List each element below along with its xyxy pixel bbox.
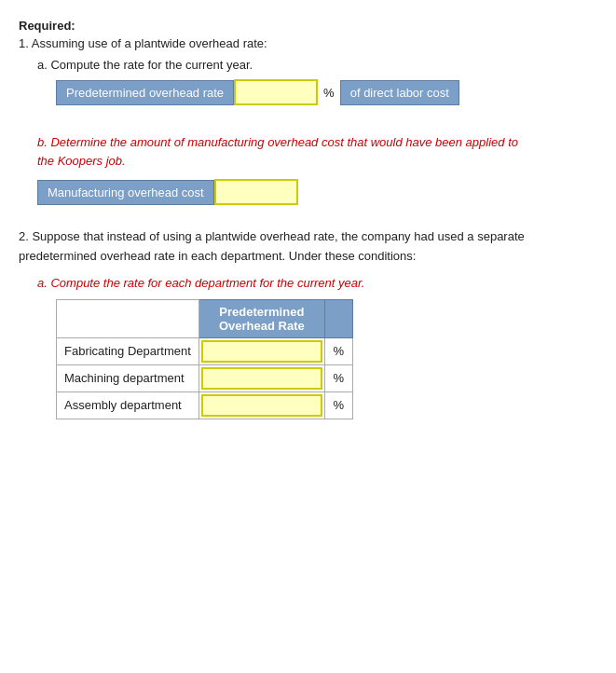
- of-direct-labor-cost-label: of direct labor cost: [340, 80, 459, 105]
- part-a2-label: a. Compute the rate for each department …: [37, 276, 597, 290]
- part-b-text: b. Determine the amount of manufacturing…: [37, 135, 518, 168]
- question2-label: 2. Suppose that instead of using a plant…: [19, 229, 525, 263]
- part-b: b. Determine the amount of manufacturing…: [37, 133, 597, 205]
- dept-name-cell: Assembly department: [57, 391, 199, 419]
- dept-table-container: Predetermined Overhead Rate Fabricating …: [56, 299, 597, 419]
- dept-row: Assembly department%: [57, 391, 353, 419]
- predetermined-overhead-rate-label: Predetermined overhead rate: [56, 80, 234, 105]
- dept-input-cell: [198, 391, 324, 419]
- dept-table: Predetermined Overhead Rate Fabricating …: [56, 299, 353, 419]
- part-a: a. Compute the rate for the current year…: [37, 58, 597, 105]
- manufacturing-overhead-cost-label: Manufacturing overhead cost: [37, 180, 214, 205]
- question1-label: 1. Assuming use of a plantwide overhead …: [19, 36, 267, 50]
- overhead-rate-form: Predetermined overhead rate % of direct …: [56, 79, 597, 105]
- part-b-label: b. Determine the amount of manufacturing…: [37, 133, 597, 170]
- overhead-rate-input[interactable]: [234, 79, 318, 105]
- dept-input-cell: [198, 337, 324, 364]
- part-a-label: a. Compute the rate for the current year…: [37, 58, 597, 72]
- dept-name-cell: Machining department: [57, 364, 199, 391]
- dept-pct-cell: %: [324, 391, 352, 419]
- dept-rate-input[interactable]: [201, 340, 322, 363]
- dept-pct-cell: %: [324, 337, 352, 364]
- question2: 2. Suppose that instead of using a plant…: [19, 227, 597, 267]
- dept-rate-input[interactable]: [201, 367, 322, 390]
- pct-col-header: [324, 299, 352, 337]
- dept-rate-input[interactable]: [201, 394, 322, 417]
- dept-col-header: [57, 299, 199, 337]
- manufacturing-overhead-cost-input[interactable]: [214, 179, 298, 205]
- part-a2: a. Compute the rate for each department …: [37, 276, 597, 419]
- dept-row: Machining department%: [57, 364, 353, 391]
- dept-input-cell: [198, 364, 324, 391]
- question1: 1. Assuming use of a plantwide overhead …: [19, 36, 597, 50]
- overhead-rate-col-header: Predetermined Overhead Rate: [198, 299, 324, 337]
- percent-symbol: %: [318, 86, 340, 100]
- required-label: Required:: [19, 19, 597, 33]
- dept-name-cell: Fabricating Department: [57, 337, 199, 364]
- mfg-overhead-form: Manufacturing overhead cost: [37, 179, 597, 205]
- dept-pct-cell: %: [324, 364, 352, 391]
- dept-row: Fabricating Department%: [57, 337, 353, 364]
